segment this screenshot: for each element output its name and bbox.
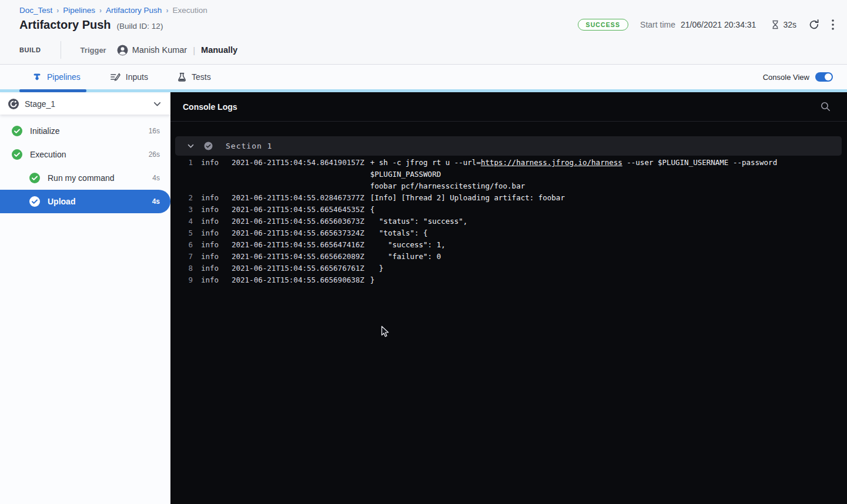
log-timestamp: 2021-06-21T15:04:55.665690638Z: [232, 274, 364, 286]
more-options-button[interactable]: [832, 19, 834, 30]
log-line: 2info2021-06-21T15:04:55.028467377Z[Info…: [170, 192, 847, 204]
log-message: + sh -c jfrog rt u --url=https://harness…: [370, 157, 847, 192]
tab-label: Inputs: [126, 72, 148, 82]
log-timestamp: 2021-06-21T15:04:55.665603673Z: [232, 216, 364, 227]
step-execution[interactable]: Execution26s: [0, 143, 170, 166]
search-icon[interactable]: [820, 101, 831, 112]
log-line-number: 1: [170, 157, 193, 169]
text-divider: |: [193, 45, 195, 55]
console-view-toggle[interactable]: [815, 72, 833, 82]
tab-bar: Pipelines Inputs Tests Console Vi: [0, 65, 847, 89]
log-message: "success": 1,: [370, 239, 457, 251]
log-line-number: 9: [170, 274, 193, 286]
step-initialize[interactable]: Initialize16s: [0, 119, 170, 143]
log-section-header[interactable]: Section 1: [175, 136, 842, 156]
step-run-my-command[interactable]: Run my command4s: [0, 166, 170, 190]
step-success-icon: [29, 173, 40, 183]
breadcrumb-project[interactable]: Doc_Test: [19, 6, 52, 15]
log-line: 1info2021-06-21T15:04:54.864190157Z+ sh …: [170, 157, 847, 192]
step-duration: 26s: [149, 150, 160, 159]
log-line-number: 3: [170, 204, 193, 216]
build-info-bar: BUILD Trigger Manish Kumar | Manually: [19, 41, 237, 59]
step-success-icon: [12, 126, 22, 136]
log-message: "status": "success",: [370, 216, 480, 227]
log-level: info: [201, 157, 229, 169]
tab-pipelines[interactable]: Pipelines: [32, 72, 81, 82]
step-list: Initialize16sExecution26sRun my command4…: [0, 115, 170, 213]
vertical-divider: [61, 41, 61, 59]
log-message: }: [370, 274, 387, 286]
log-timestamp: 2021-06-21T15:04:55.665464535Z: [232, 204, 364, 216]
status-badge: SUCCESS: [578, 19, 628, 31]
log-timestamp: 2021-06-21T15:04:55.665676761Z: [232, 263, 364, 274]
section-success-icon: [204, 142, 213, 150]
log-message: {: [370, 204, 387, 216]
step-duration: 4s: [152, 197, 160, 206]
log-level: info: [201, 263, 229, 274]
log-level: info: [201, 227, 229, 239]
section-title: Section 1: [226, 142, 272, 150]
step-upload[interactable]: Upload4s: [0, 190, 170, 213]
start-time-label: Start time: [640, 20, 675, 29]
refresh-button[interactable]: [808, 19, 820, 31]
log-line: 3info2021-06-21T15:04:55.665464535Z{: [170, 204, 847, 216]
console-logs-title: Console Logs: [183, 102, 237, 112]
chevron-down-icon[interactable]: [188, 144, 194, 149]
log-level: info: [201, 274, 229, 286]
stage-selector[interactable]: Stage_1: [0, 93, 170, 115]
trigger-label: Trigger: [81, 46, 106, 55]
step-label: Initialize: [30, 126, 60, 136]
log-timestamp: 2021-06-21T15:04:55.665637324Z: [232, 227, 364, 239]
inputs-icon: [110, 72, 120, 82]
step-success-icon: [12, 149, 22, 160]
log-timestamp: 2021-06-21T15:04:54.864190157Z: [232, 157, 364, 169]
log-line-number: 7: [170, 251, 193, 263]
log-line: 4info2021-06-21T15:04:55.665603673Z "sta…: [170, 216, 847, 227]
hourglass-icon: [771, 20, 779, 29]
log-line: 5info2021-06-21T15:04:55.665637324Z "tot…: [170, 227, 847, 239]
log-line: 8info2021-06-21T15:04:55.665676761Z }: [170, 263, 847, 274]
log-line-number: 4: [170, 216, 193, 227]
avatar-icon: [117, 45, 128, 56]
page-header: Doc_Test › Pipelines › Artifactory Push …: [0, 0, 847, 65]
tests-flask-icon: [178, 72, 186, 82]
log-level: info: [201, 239, 229, 251]
log-level: info: [201, 204, 229, 216]
step-label: Execution: [30, 150, 66, 159]
log-line-number: 2: [170, 192, 193, 204]
pipeline-execution-page: Doc_Test › Pipelines › Artifactory Push …: [0, 0, 847, 504]
trigger-user-name[interactable]: Manish Kumar: [132, 45, 187, 55]
step-success-icon: [29, 196, 40, 207]
page-title: Artifactory Push: [19, 18, 111, 32]
breadcrumb-current: Execution: [172, 6, 207, 15]
breadcrumb-pipeline-name[interactable]: Artifactory Push: [106, 6, 162, 15]
log-timestamp: 2021-06-21T15:04:55.028467377Z: [232, 192, 364, 204]
stage-icon: [8, 99, 19, 109]
log-message: }: [370, 263, 396, 274]
step-duration: 16s: [149, 127, 160, 135]
stage-sidebar: Stage_1 Initialize16sExecution26sRun my …: [0, 92, 170, 504]
breadcrumb-pipelines[interactable]: Pipelines: [63, 6, 95, 15]
build-id-label: (Build ID: 12): [117, 22, 163, 31]
breadcrumb-separator: ›: [166, 6, 168, 15]
pipeline-icon: [32, 72, 42, 82]
log-lines: 1info2021-06-21T15:04:54.864190157Z+ sh …: [170, 157, 847, 286]
console-view-label: Console View: [763, 73, 809, 82]
log-line: 9info2021-06-21T15:04:55.665690638Z}: [170, 274, 847, 286]
log-line-number: 5: [170, 227, 193, 239]
tab-inputs[interactable]: Inputs: [110, 72, 148, 82]
active-tab-underline: [19, 89, 86, 92]
log-line: 6info2021-06-21T15:04:55.665647416Z "suc…: [170, 239, 847, 251]
chevron-down-icon[interactable]: [153, 102, 161, 107]
log-level: info: [201, 251, 229, 263]
log-link[interactable]: https://harness.jfrog.io/harness: [481, 158, 622, 167]
trigger-type: Manually: [201, 45, 237, 55]
tab-label: Pipelines: [47, 72, 81, 82]
tab-tests[interactable]: Tests: [178, 72, 211, 82]
log-message: "failure": 0: [370, 251, 453, 263]
log-line-number: 8: [170, 263, 193, 274]
log-line: 7info2021-06-21T15:04:55.665662089Z "fai…: [170, 251, 847, 263]
breadcrumb: Doc_Test › Pipelines › Artifactory Push …: [19, 6, 847, 15]
log-timestamp: 2021-06-21T15:04:55.665647416Z: [232, 239, 364, 251]
duration-value: 32s: [783, 20, 796, 29]
